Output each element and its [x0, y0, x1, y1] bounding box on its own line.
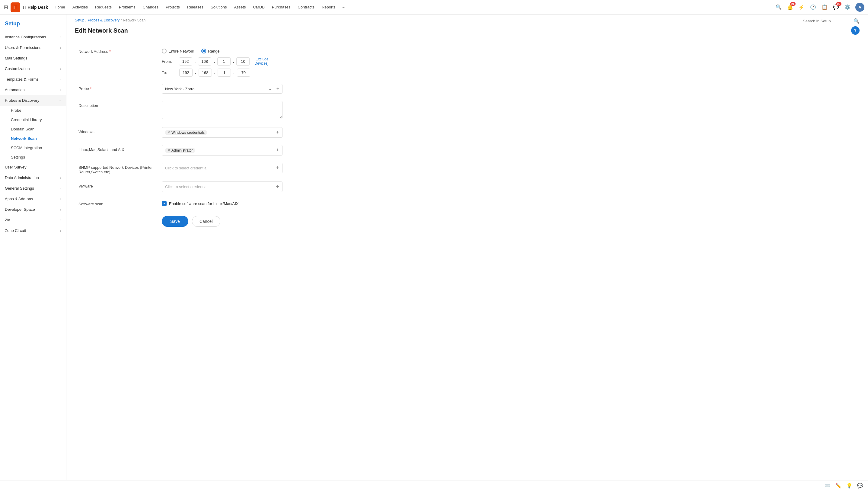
settings-icon[interactable]: ⚙️ [844, 4, 851, 11]
sidebar-item-data-administration[interactable]: Data Administration › [0, 172, 66, 183]
snmp-row: SNMP supported Network Devices (Printer,… [79, 163, 856, 174]
from-ip-2[interactable] [198, 57, 211, 65]
sidebar-item-templates-forms[interactable]: Templates & Forms › [0, 74, 66, 85]
from-ip-4[interactable] [236, 57, 250, 65]
linux-credential-box[interactable]: ✕ Administrator + [162, 145, 282, 155]
nav-problems[interactable]: Problems [116, 4, 138, 10]
linux-credential-tag: ✕ Administrator [165, 148, 195, 153]
breadcrumb-setup[interactable]: Setup [75, 18, 84, 22]
nav-cmdb[interactable]: CMDB [250, 4, 268, 10]
history-icon[interactable]: 🕐 [809, 4, 817, 11]
nav-purchases[interactable]: Purchases [269, 4, 293, 10]
software-scan-row: Software scan Enable software scan for L… [79, 199, 856, 206]
sidebar-sub-sccm-integration[interactable]: SCCM Integration [8, 143, 66, 152]
to-ip-1[interactable] [179, 68, 192, 77]
to-ip-2[interactable] [198, 68, 212, 77]
setup-search-input[interactable] [803, 19, 851, 23]
nav-projects[interactable]: Projects [163, 4, 183, 10]
sidebar-item-automation[interactable]: Automation › [0, 85, 66, 95]
page-title: Edit Network Scan [75, 27, 128, 34]
clipboard-icon[interactable]: 📋 [821, 4, 828, 11]
help-button[interactable]: ? [851, 26, 860, 35]
grid-menu-icon[interactable]: ⊞ [4, 4, 8, 10]
windows-label: Windows [79, 127, 157, 134]
software-scan-checkbox[interactable] [162, 201, 166, 206]
bulb-icon[interactable]: 💡 [846, 483, 852, 489]
probe-control: New York - Zorro ⌄ + [162, 84, 282, 94]
sidebar-item-general-settings[interactable]: General Settings › [0, 183, 66, 194]
nav-activities[interactable]: Activities [69, 4, 91, 10]
sidebar-sub-probe[interactable]: Probe [8, 106, 66, 115]
nav-releases[interactable]: Releases [184, 4, 207, 10]
from-ip-1[interactable] [179, 57, 192, 65]
notification-bell-icon[interactable]: 🔔 21 [786, 4, 794, 11]
from-ip-3[interactable] [217, 57, 230, 65]
radio-circle-range [201, 49, 206, 53]
radio-entire-network[interactable]: Entire Network [162, 49, 194, 53]
vmware-cred-add-icon[interactable]: + [276, 183, 279, 190]
exclude-devices-link[interactable]: [Exclude Devices] [254, 57, 282, 65]
required-marker: * [109, 49, 111, 54]
chevron-icon: › [60, 166, 61, 169]
snmp-cred-add-icon[interactable]: + [276, 165, 279, 171]
windows-credential-tag: ✕ Windows credentials [165, 130, 207, 135]
lightning-icon[interactable]: ⚡ [798, 4, 805, 11]
avatar[interactable]: A [855, 3, 864, 12]
nav-changes[interactable]: Changes [140, 4, 161, 10]
status-bar: ⌨️ ✏️ 💡 💬 [0, 480, 868, 491]
to-ip-3[interactable] [218, 68, 231, 77]
chevron-icon: › [60, 56, 61, 60]
from-ip-row: From: . . . [Exclude Devices] [162, 57, 282, 65]
windows-credential-box[interactable]: ✕ Windows credentials + [162, 127, 282, 138]
software-scan-checkbox-label: Enable software scan for Linux/Mac/AIX [169, 201, 239, 206]
chat-status-icon[interactable]: 💬 [857, 483, 863, 489]
windows-cred-add-icon[interactable]: + [276, 129, 279, 136]
sidebar-sub-credential-library[interactable]: Credential Library [8, 115, 66, 124]
sidebar-sub-network-scan[interactable]: Network Scan [8, 134, 66, 143]
radio-range[interactable]: Range [201, 49, 219, 53]
nav-contracts[interactable]: Contracts [294, 4, 317, 10]
description-textarea[interactable] [162, 101, 282, 119]
nav-home[interactable]: Home [52, 4, 68, 10]
probe-add-icon[interactable]: + [276, 86, 279, 91]
software-scan-label: Software scan [79, 199, 157, 206]
vmware-credential-box[interactable]: Click to select credential + [162, 181, 282, 192]
nav-solutions[interactable]: Solutions [208, 4, 230, 10]
nav-more-icon[interactable]: ··· [340, 3, 347, 11]
search-icon[interactable]: 🔍 [775, 4, 782, 11]
sidebar-item-zia[interactable]: Zia › [0, 215, 66, 225]
windows-cred-close-icon[interactable]: ✕ [167, 131, 170, 134]
cancel-button[interactable]: Cancel [192, 216, 220, 227]
software-scan-checkbox-row: Enable software scan for Linux/Mac/AIX [162, 199, 282, 206]
sidebar-item-mail-settings[interactable]: Mail Settings › [0, 53, 66, 63]
sidebar-sub-domain-scan[interactable]: Domain Scan [8, 124, 66, 134]
sidebar-item-instance-configurations[interactable]: Instance Configurations › [0, 32, 66, 42]
nav-requests[interactable]: Requests [92, 4, 115, 10]
sidebar-item-customization[interactable]: Customization › [0, 63, 66, 74]
sidebar-sub-settings[interactable]: Settings [8, 152, 66, 162]
form-actions-row: Save Cancel [162, 213, 856, 227]
nav-reports[interactable]: Reports [319, 4, 339, 10]
sidebar-item-users-permissions[interactable]: Users & Permissions › [0, 42, 66, 53]
probe-select[interactable]: New York - Zorro ⌄ + [162, 84, 282, 94]
linux-cred-label: Administrator [172, 148, 193, 152]
save-button[interactable]: Save [162, 216, 188, 227]
chevron-icon: › [60, 208, 61, 211]
breadcrumb-probes[interactable]: Probes & Discovery [88, 18, 120, 22]
nav-assets[interactable]: Assets [231, 4, 249, 10]
chat-icon[interactable]: 💬 25 [832, 4, 840, 11]
linux-cred-close-icon[interactable]: ✕ [167, 148, 170, 152]
sidebar-item-apps-addons[interactable]: Apps & Add-ons › [0, 194, 66, 204]
app-logo[interactable]: IT IT Help Desk [10, 2, 48, 12]
sidebar-item-user-survey[interactable]: User Survey › [0, 162, 66, 172]
snmp-credential-box[interactable]: Click to select credential + [162, 163, 282, 173]
linux-cred-add-icon[interactable]: + [276, 147, 279, 153]
search-icon[interactable]: 🔍 [854, 18, 860, 24]
edit-icon[interactable]: ✏️ [835, 483, 841, 489]
sidebar-item-zoho-circuit[interactable]: Zoho Circuit › [0, 225, 66, 236]
translate-icon[interactable]: ⌨️ [825, 483, 831, 489]
sidebar-item-developer-space[interactable]: Developer Space › [0, 204, 66, 215]
breadcrumb: Setup / Probes & Discovery / Network Sca… [75, 18, 146, 22]
sidebar-item-probes-discovery[interactable]: Probes & Discovery ⌄ [0, 95, 66, 106]
to-ip-4[interactable] [237, 68, 250, 77]
